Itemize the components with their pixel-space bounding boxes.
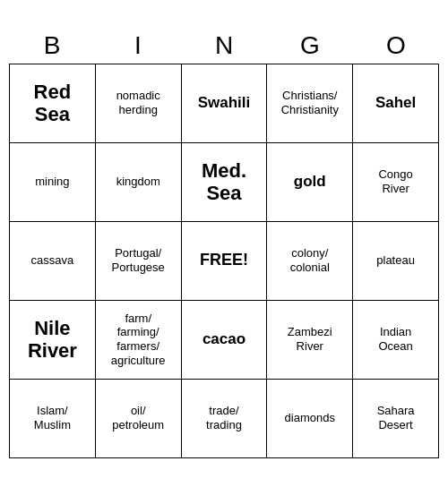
header-letter: O (353, 30, 439, 62)
cell-r2-c2: FREE! (182, 222, 268, 301)
cell-r3-c3: ZambeziRiver (267, 301, 353, 380)
cell-r0-c1: nomadicherding (96, 64, 182, 143)
cell-r1-c4: CongoRiver (353, 143, 439, 222)
cell-r1-c2: Med.Sea (182, 143, 268, 222)
cell-r2-c3: colony/colonial (267, 222, 353, 301)
cell-r3-c4: IndianOcean (353, 301, 439, 380)
bingo-card: BINGO RedSeanomadicherdingSwahiliChristi… (9, 30, 439, 458)
cell-r0-c4: Sahel (353, 64, 439, 143)
cell-r4-c2: trade/trading (182, 380, 268, 458)
cell-r1-c1: kingdom (96, 143, 182, 222)
cell-r2-c0: cassava (10, 222, 96, 301)
cell-r2-c4: plateau (353, 222, 439, 301)
header-letter: G (267, 30, 353, 62)
header-letter: B (9, 30, 95, 62)
cell-r3-c0: NileRiver (10, 301, 96, 380)
cell-r4-c4: SaharaDesert (353, 380, 439, 458)
cell-r3-c1: farm/farming/farmers/agriculture (96, 301, 182, 380)
header-letter: N (181, 30, 267, 62)
cell-r4-c0: Islam/Muslim (10, 380, 96, 458)
cell-r0-c2: Swahili (182, 64, 268, 143)
cell-r4-c3: diamonds (267, 380, 353, 458)
cell-r2-c1: Portugal/Portugese (96, 222, 182, 301)
header-letter: I (95, 30, 181, 62)
cell-r0-c3: Christians/Christianity (267, 64, 353, 143)
cell-r1-c3: gold (267, 143, 353, 222)
cell-r1-c0: mining (10, 143, 96, 222)
cell-r0-c0: RedSea (10, 64, 96, 143)
bingo-grid: RedSeanomadicherdingSwahiliChristians/Ch… (9, 64, 439, 458)
cell-r4-c1: oil/petroleum (96, 380, 182, 458)
cell-r3-c2: cacao (182, 301, 268, 380)
bingo-header: BINGO (9, 30, 439, 62)
